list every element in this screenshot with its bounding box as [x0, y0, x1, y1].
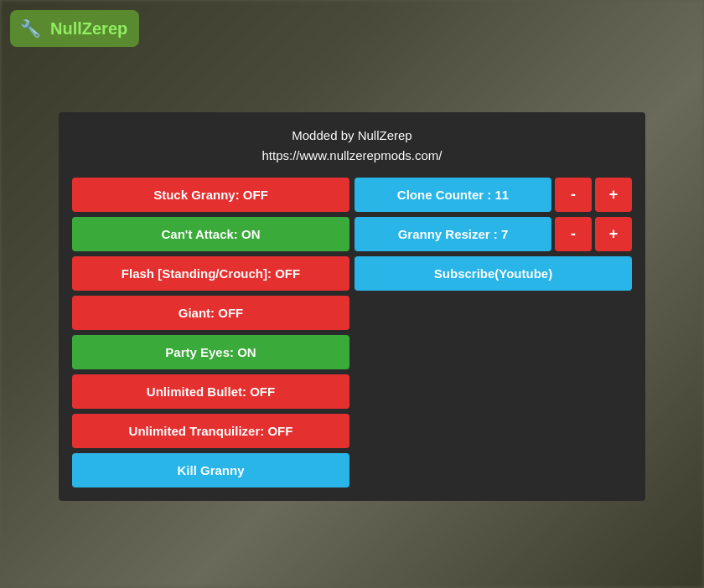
giant-button[interactable]: Giant: OFF [72, 296, 349, 330]
kill-granny-button[interactable]: Kill Granny [72, 453, 349, 487]
cant-attack-button[interactable]: Can't Attack: ON [72, 217, 349, 251]
granny-resizer-row: Granny Resizer : 7 - + [355, 217, 632, 251]
logo-icon: 🔧 [17, 15, 44, 42]
header-line2: https://www.nullzerepmods.com/ [72, 146, 632, 166]
clone-counter-display: Clone Counter : 11 [355, 178, 551, 212]
header: Modded by NullZerep https://www.nullzere… [72, 126, 632, 166]
clone-counter-plus-button[interactable]: + [595, 178, 632, 212]
granny-resizer-plus-button[interactable]: + [595, 217, 632, 251]
party-eyes-button[interactable]: Party Eyes: ON [72, 335, 349, 369]
clone-counter-row: Clone Counter : 11 - + [355, 178, 632, 212]
header-line1: Modded by NullZerep [72, 126, 632, 146]
content-grid: Stuck Granny: OFF Can't Attack: ON Flash… [72, 178, 632, 487]
granny-resizer-display: Granny Resizer : 7 [355, 217, 551, 251]
main-panel: Modded by NullZerep https://www.nullzere… [59, 112, 645, 501]
granny-resizer-minus-button[interactable]: - [555, 217, 592, 251]
unlimited-bullet-button[interactable]: Unlimited Bullet: OFF [72, 374, 349, 409]
logo-text: NullZerep [50, 19, 127, 39]
flash-button[interactable]: Flash [Standing/Crouch]: OFF [72, 256, 349, 291]
logo-badge: 🔧 NullZerep [10, 10, 139, 47]
right-col: Clone Counter : 11 - + Granny Resizer : … [355, 178, 632, 487]
left-col: Stuck Granny: OFF Can't Attack: ON Flash… [72, 178, 349, 487]
unlimited-tranq-button[interactable]: Unlimited Tranquilizer: OFF [72, 414, 349, 448]
clone-counter-minus-button[interactable]: - [555, 178, 592, 212]
subscribe-button[interactable]: Subscribe(Youtube) [355, 256, 632, 291]
stuck-granny-button[interactable]: Stuck Granny: OFF [72, 178, 349, 212]
